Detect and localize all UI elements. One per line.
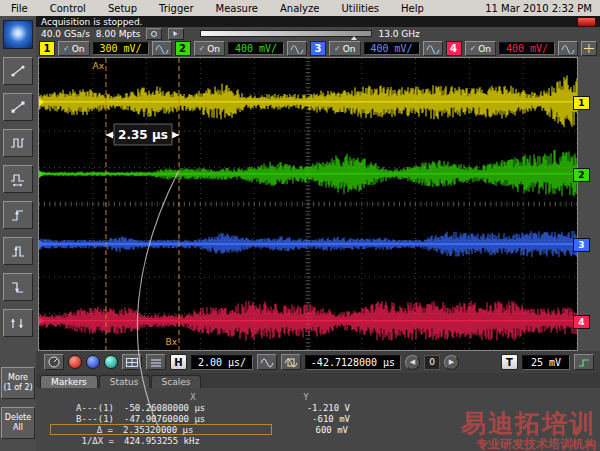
timebase-position-display[interactable]: -42.7128000 µs: [305, 355, 401, 370]
sample-rate-label: 40.0 GSa/s: [41, 29, 90, 39]
marker-a-row: A---(1) -50.26080000 µs -1.210 V: [50, 402, 600, 413]
menu-setup[interactable]: Setup: [97, 2, 148, 15]
horizontal-button[interactable]: H: [170, 354, 187, 370]
marker-a-label: A---(1): [50, 403, 118, 413]
menu-analyze[interactable]: Analyze: [269, 2, 330, 15]
edge-single-icon[interactable]: [3, 237, 33, 265]
channel-2-ground-icon: [39, 170, 44, 178]
channel-2-button[interactable]: 2: [175, 41, 191, 56]
channel-2-badge[interactable]: 2: [573, 168, 590, 182]
channel-4-button[interactable]: 4: [446, 41, 462, 56]
marker-a-x: -50.26080000 µs: [118, 403, 274, 413]
oscilloscope-app: { "icons": {"check": "✓", "left": "◀", "…: [0, 0, 600, 451]
channel-2-scale-display[interactable]: 400 mV/: [228, 42, 284, 55]
check-icon: ✓: [470, 44, 477, 53]
edge-either-icon[interactable]: [3, 309, 33, 337]
marker-a-y: -1.210 V: [274, 403, 394, 413]
channel-2-controls: 2 ✓On 400 mV/: [175, 41, 308, 56]
marker-b-row: B---(1) -47.90760000 µs -610 mV: [50, 413, 600, 424]
channel-3-scale-display[interactable]: 400 mV/: [364, 42, 420, 55]
channel-2-scale-icon[interactable]: [287, 41, 307, 56]
scope-display: AxBx2.35 µs 1 2 3 4: [38, 57, 578, 351]
zoom-window-icon[interactable]: [281, 354, 301, 370]
edge-falling-icon[interactable]: [3, 273, 33, 301]
menu-file[interactable]: File: [0, 2, 39, 15]
channel-4-scale-display[interactable]: 400 mV/: [499, 42, 555, 55]
channel-1-scale-display[interactable]: 300 mV/: [93, 42, 149, 55]
more-page-label: (1 of 2): [3, 383, 32, 393]
menu-help[interactable]: Help: [390, 2, 435, 15]
measure-diagonal-icon[interactable]: [3, 57, 33, 85]
channel-2-on-button[interactable]: ✓On: [194, 41, 226, 56]
channel-3-controls: 3 ✓On 400 mV/: [310, 41, 443, 56]
datetime-label: 11 Mar 2010 2:32 PM: [485, 3, 600, 14]
pulse-width-icon[interactable]: [3, 165, 33, 193]
column-y-header: Y: [268, 392, 388, 402]
pointer-icon[interactable]: [168, 28, 184, 40]
acquisition-stop-button[interactable]: [577, 17, 596, 27]
delete-all-label: All: [13, 423, 23, 433]
timebase-scale-display[interactable]: 2.00 µs/: [191, 355, 253, 370]
trigger-level-display[interactable]: 25 mV: [522, 355, 570, 370]
channel-1-button[interactable]: 1: [39, 41, 55, 56]
marker-red-button[interactable]: [68, 355, 82, 369]
channel-3-badge[interactable]: 3: [573, 238, 590, 252]
channel-bar: 1 ✓On 300 mV/ 2 ✓On 400 mV/ 3 ✓On 400 mV…: [36, 40, 600, 57]
marker-blue-button[interactable]: [86, 355, 100, 369]
waveform-canvas[interactable]: AxBx2.35 µs: [39, 58, 577, 350]
bandwidth-label: 13.0 GHz: [378, 29, 419, 39]
tab-status[interactable]: Status: [99, 375, 150, 388]
channel-3-button[interactable]: 3: [310, 41, 326, 56]
measure-points-icon[interactable]: [3, 93, 33, 121]
menu-measure[interactable]: Measure: [205, 2, 270, 15]
position-zero-button[interactable]: 0: [424, 355, 440, 370]
marker-b-x: -47.90760000 µs: [118, 414, 274, 424]
channel-3-on-button[interactable]: ✓On: [329, 41, 361, 56]
channel-1-on-button[interactable]: ✓On: [58, 41, 90, 56]
channel-2-state: On: [207, 44, 220, 54]
position-left-button[interactable]: ◀: [405, 355, 420, 370]
cursor-icon[interactable]: [581, 41, 597, 56]
tab-markers[interactable]: Markers: [40, 375, 98, 388]
memory-depth-label: 8.00 Mpts: [96, 29, 141, 39]
left-toolbar: More (1 of 2) Delete All: [0, 16, 36, 451]
markers-header-row: X Y: [50, 391, 600, 402]
marker-teal-button[interactable]: [104, 355, 118, 369]
touch-icon[interactable]: [146, 28, 162, 40]
delay-knob-icon[interactable]: [44, 354, 64, 370]
menu-utilities[interactable]: Utilities: [330, 2, 390, 15]
channel-4-badge[interactable]: 4: [573, 315, 590, 329]
bandwidth-slider[interactable]: [200, 30, 372, 37]
channel-1-controls: 1 ✓On 300 mV/: [39, 41, 172, 56]
more-label: More: [8, 373, 28, 383]
menu-trigger[interactable]: Trigger: [148, 2, 205, 15]
scope-logo-icon[interactable]: [3, 20, 33, 49]
check-icon: ✓: [199, 44, 206, 53]
more-button[interactable]: More (1 of 2): [1, 367, 35, 399]
delete-all-button[interactable]: Delete All: [1, 407, 35, 439]
channel-4-state: On: [478, 44, 491, 54]
tab-scales[interactable]: Scales: [151, 375, 202, 388]
edge-rising-icon[interactable]: [3, 201, 33, 229]
channel-3-scale-icon[interactable]: [423, 41, 443, 56]
channel-1-badge[interactable]: 1: [573, 96, 590, 110]
trigger-edge-icon[interactable]: [574, 354, 594, 370]
delta-highlight-box: Δ = 2.35320000 µs: [50, 424, 272, 435]
delta-x: 2.35320000 µs: [117, 425, 271, 435]
grid-icon[interactable]: [122, 354, 142, 370]
layers-icon[interactable]: [146, 354, 166, 370]
trigger-button[interactable]: T: [501, 354, 518, 370]
pulse-icon[interactable]: [3, 129, 33, 157]
acquisition-status: Acquisition is stopped.: [41, 17, 142, 27]
zoom-sine-icon[interactable]: [257, 354, 277, 370]
tab-bar: Markers Status Scales: [36, 373, 600, 388]
channel-1-scale-icon[interactable]: [152, 41, 172, 56]
delta-y: 600 mV: [272, 425, 392, 435]
menu-control[interactable]: Control: [39, 2, 97, 15]
channel-4-scale-icon[interactable]: [558, 41, 578, 56]
svg-text:2.35 µs: 2.35 µs: [118, 128, 168, 142]
position-right-button[interactable]: ▶: [444, 355, 459, 370]
delete-label: Delete: [5, 413, 31, 423]
column-x-header: X: [118, 392, 268, 402]
channel-4-on-button[interactable]: ✓On: [465, 41, 497, 56]
